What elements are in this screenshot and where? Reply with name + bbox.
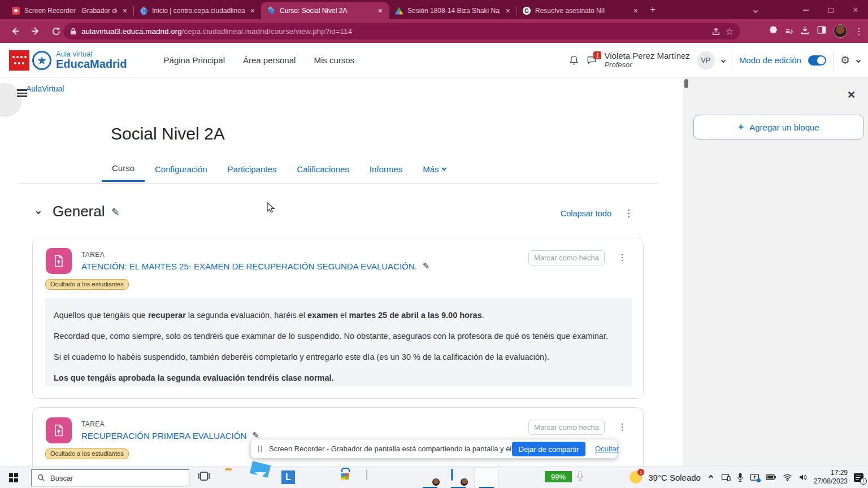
tray-time: 17:29 (814, 469, 848, 477)
downloads-icon[interactable] (800, 25, 810, 37)
new-tab-button[interactable]: + (650, 4, 656, 16)
chrome-profile-icon[interactable] (423, 470, 437, 485)
stop-sharing-button[interactable]: Dejar de compartir (512, 442, 585, 456)
pwa-window-icon[interactable] (451, 470, 466, 485)
share-icon[interactable] (711, 27, 721, 36)
nav-pagina-principal[interactable]: Página Principal (164, 55, 225, 65)
activity-kebab-icon[interactable]: ⋮ (618, 252, 627, 263)
microphone-icon[interactable] (737, 473, 744, 482)
browser-tab-strip: Screen Recorder - Grabador de p × Inicio… (0, 0, 868, 19)
nav-area-personal[interactable]: Área personal (243, 55, 296, 65)
breadcrumb[interactable]: AulaVirtual (26, 84, 64, 93)
mark-done-button[interactable]: Marcar como hecha (528, 420, 605, 435)
activity-title-link[interactable]: RECUPERACIÓN PRIMERA EVALUACIÓN ✎ (81, 430, 259, 441)
weather-text[interactable]: 39°C Soleado (648, 473, 701, 482)
browser-menu-kebab-icon[interactable]: ⋮ (854, 26, 863, 37)
speaker-icon[interactable] (798, 473, 808, 481)
tab-informes[interactable]: Informes (359, 158, 413, 182)
tab-search-chevron-icon[interactable] (743, 6, 768, 14)
page-title: Social Nivel 2A (111, 124, 225, 143)
tab-title: Screen Recorder - Grabador de p (24, 7, 117, 15)
close-icon[interactable]: × (121, 7, 129, 15)
add-block-button[interactable]: + Agregar un bloque (693, 115, 864, 140)
gear-icon[interactable]: ⚙ (840, 54, 850, 67)
gear-chevron-icon[interactable] (856, 58, 861, 62)
clock[interactable]: 17:29 27/08/2023 (814, 469, 848, 486)
restore-button[interactable] (818, 6, 843, 14)
windows-start-icon[interactable] (9, 473, 18, 482)
collapse-all-link[interactable]: Colapsar todo (561, 209, 611, 218)
tab-calificaciones[interactable]: Calificaciones (287, 158, 359, 182)
tray-expand-chevron-icon[interactable] (709, 475, 713, 480)
drawer-scrollbar-thumb[interactable] (684, 79, 688, 88)
user-name: Violeta Perez Martínez (604, 51, 689, 60)
section-kebab-icon[interactable]: ⋮ (624, 207, 633, 219)
messages-icon[interactable]: 1 (586, 55, 597, 66)
close-icon[interactable]: × (504, 7, 512, 15)
close-drawer-icon[interactable]: ✕ (847, 89, 856, 101)
weather-sun-icon[interactable]: 1 (630, 471, 642, 483)
tab-resuelve-asesinato[interactable]: G Resuelve asesinato NII × (517, 2, 644, 19)
minimize-button[interactable] (793, 6, 818, 14)
file-explorer-icon[interactable] (225, 470, 240, 485)
edit-pencil-icon[interactable]: ✎ (423, 261, 430, 271)
moodle-icon (267, 6, 276, 15)
edit-pencil-icon[interactable]: ✎ (111, 206, 119, 218)
tab-curso-social-active[interactable]: Curso: Social Nivel 2A × (261, 2, 389, 19)
taskbar-search-input[interactable]: Buscar (31, 469, 189, 486)
bookmark-star-icon[interactable]: ☆ (726, 26, 734, 37)
header-right: 1 Violeta Perez Martínez Profesor VP Mod… (568, 51, 860, 70)
side-panel-icon[interactable] (817, 25, 826, 37)
activity-title-link[interactable]: ATENCIÓN: EL MARTES 25- EXAMEN DE RECUPE… (81, 261, 429, 271)
extensions-puzzle-icon[interactable] (769, 25, 778, 37)
user-avatar[interactable]: VP (697, 51, 715, 69)
back-icon[interactable] (7, 23, 24, 40)
tab-curso[interactable]: Curso (102, 158, 145, 182)
tab-mas[interactable]: Más (413, 158, 455, 182)
purple-swirl-app-icon[interactable] (394, 470, 409, 485)
description-paragraph: Aquellos que tengáis que recuperar la se… (54, 311, 623, 320)
forward-icon[interactable] (27, 23, 44, 40)
tab-participantes[interactable]: Participantes (218, 158, 287, 182)
activity-kebab-icon[interactable]: ⋮ (618, 421, 627, 432)
wifi-icon[interactable] (783, 474, 792, 481)
notifications-bell-icon[interactable] (568, 55, 579, 66)
hide-banner-link[interactable]: Ocultar (595, 445, 619, 453)
notification-center-icon[interactable]: 1 (854, 473, 863, 482)
screen: Screen Recorder - Grabador de p × Inicio… (0, 0, 868, 488)
close-window-button[interactable]: ✕ (843, 6, 868, 14)
url-text: aulavirtual3.educa.madrid.org/cepa.ciuda… (81, 27, 706, 36)
educamadrid-logo[interactable]: ★ Aula virtual EducaMadrid (9, 50, 127, 71)
screen-sharing-icon[interactable] (750, 473, 760, 482)
mark-done-button[interactable]: Marcar como hecha (528, 250, 605, 265)
user-menu-chevron-icon[interactable] (721, 58, 726, 62)
tab-configuracion[interactable]: Configuración (145, 158, 218, 182)
mail-app-icon[interactable] (253, 470, 268, 485)
drag-handle-icon[interactable] (258, 446, 262, 452)
tab-inicio-cepa[interactable]: Inicio | centro.cepa.ciudadlineal.n × (133, 2, 261, 19)
reload-icon[interactable] (47, 23, 64, 40)
close-icon[interactable]: × (376, 7, 384, 15)
close-icon[interactable]: × (632, 7, 640, 15)
edge-icon[interactable] (310, 470, 324, 485)
battery-icon[interactable] (766, 474, 776, 481)
cast-display-icon[interactable] (721, 473, 731, 482)
tabs-divider (18, 183, 657, 184)
browser-profile-avatar[interactable] (834, 24, 847, 38)
playlist-extension-icon[interactable]: ≡♪ (785, 27, 793, 36)
tab-sesion-drive[interactable]: Sesión 1808-14 Biza Shaki Napo × (389, 2, 517, 19)
brand-text: Aula virtual EducaMadrid (56, 50, 127, 70)
section-collapse-chevron-icon[interactable] (36, 210, 41, 214)
course-index-drawer-button[interactable] (0, 83, 21, 116)
nav-mis-cursos[interactable]: Mis cursos (314, 55, 354, 65)
l-app-icon[interactable]: L (281, 470, 296, 485)
assignment-icon (46, 417, 72, 443)
tab-screen-recorder[interactable]: Screen Recorder - Grabador de p × (6, 2, 133, 19)
document-app-icon[interactable] (366, 470, 381, 485)
chrome-active-icon[interactable] (479, 470, 494, 485)
edit-mode-toggle[interactable] (808, 55, 826, 66)
task-view-icon[interactable] (198, 470, 212, 485)
close-icon[interactable]: × (249, 7, 257, 15)
address-bar[interactable]: aulavirtual3.educa.madrid.org/cepa.ciuda… (63, 23, 740, 40)
microsoft-store-icon[interactable] (338, 470, 353, 485)
